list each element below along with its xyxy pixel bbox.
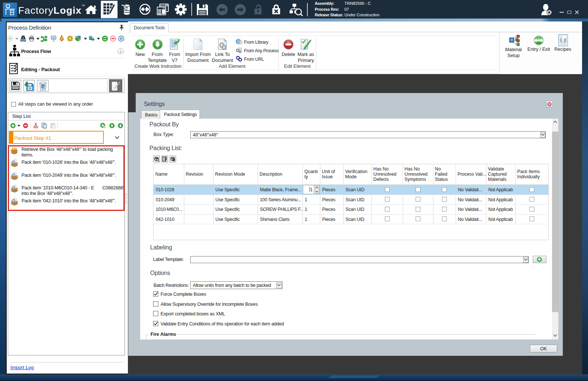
- svg-text:M: M: [511, 39, 513, 41]
